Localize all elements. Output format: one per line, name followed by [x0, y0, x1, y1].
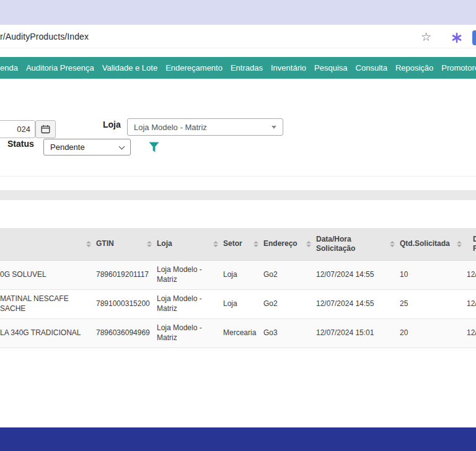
sort-icon [147, 241, 152, 247]
col-label-qtd-solicitada: Qtd.Solicitada [400, 239, 450, 248]
section-divider [0, 176, 476, 177]
sort-icon [306, 241, 311, 247]
extension-icon[interactable] [451, 32, 462, 46]
sort-icon [86, 241, 91, 247]
cell-produto: LA 340G TRADICIONAL [0, 318, 96, 348]
cell-data-reposicao: 12/0 [467, 289, 476, 318]
status-select[interactable]: Pendente [43, 139, 131, 155]
table-row[interactable]: LA 340G TRADICIONAL 7896036094969 Loja M… [0, 318, 476, 348]
filter-funnel-icon [148, 141, 160, 154]
cell-setor: Mercearia [223, 318, 263, 348]
nav-item-reposicao[interactable]: Reposição [395, 63, 433, 72]
table-row[interactable]: MATINAL NESCAFE SACHE 7891000315200 Loja… [0, 289, 476, 318]
col-label-data-solicitacao: Data/Hora Solicitação [316, 235, 386, 253]
nav-item-consulta[interactable]: Consulta [356, 63, 387, 72]
cell-gtin: 7896019201117 [96, 260, 157, 289]
nav-item-inventario[interactable]: Inventário [271, 63, 306, 72]
bookmark-star-icon[interactable]: ☆ [421, 31, 431, 43]
col-header-gtin[interactable]: GTIN [96, 228, 157, 260]
cell-gtin: 7896036094969 [96, 318, 157, 348]
loja-select[interactable]: Loja Modelo - Matriz [127, 118, 283, 136]
col-header-setor[interactable]: Setor [223, 228, 263, 260]
cell-data-solicitacao: 12/07/2024 14:55 [316, 260, 400, 289]
sort-icon [213, 241, 218, 247]
col-label-endereco: Endereço [263, 239, 298, 248]
col-header-endereco[interactable]: Endereço [263, 228, 316, 260]
cell-produto: 0G SOLUVEL [0, 260, 96, 289]
cell-setor: Loja [223, 289, 263, 318]
audit-products-table: GTIN Loja Setor Endereço Data/Hora Solic… [0, 228, 476, 348]
cell-data-reposicao: 12/0 [467, 260, 476, 289]
cell-data-solicitacao: 12/07/2024 14:55 [316, 289, 400, 318]
sort-icon [390, 241, 395, 247]
nav-item-promotores[interactable]: Promotores [441, 63, 476, 72]
status-select-value: Pendente [50, 142, 85, 152]
col-label-loja: Loja [157, 239, 172, 248]
status-label: Status [7, 139, 34, 149]
cell-qtd: 25 [400, 289, 467, 318]
col-header-loja[interactable]: Loja [157, 228, 223, 260]
calendar-button[interactable] [35, 120, 56, 138]
nav-item-pesquisa[interactable]: Pesquisa [314, 63, 347, 72]
nav-item-auditoria-presenca[interactable]: Auditoria Presença [26, 63, 94, 72]
footer-bar [0, 427, 476, 451]
cell-endereco: Go2 [263, 289, 316, 318]
sort-icon [253, 241, 258, 247]
cell-gtin: 7891000315200 [96, 289, 157, 318]
col-label-rep-line1: Dat [473, 235, 476, 244]
calendar-icon [41, 125, 50, 134]
col-label-setor: Setor [223, 239, 242, 248]
nav-item-enderecamento[interactable]: Endereçamento [165, 63, 223, 72]
col-header-data-reposicao[interactable]: Dat Rep [467, 228, 476, 260]
col-header-data-solicitacao[interactable]: Data/Hora Solicitação [316, 228, 400, 260]
cell-loja: Loja Modelo - Matriz [157, 260, 223, 289]
chevron-down-icon [119, 143, 125, 149]
url-bar[interactable]: r/AudityProducts/Index [0, 32, 89, 42]
nav-item-venda[interactable]: enda [0, 63, 18, 72]
cell-endereco: Go2 [263, 260, 316, 289]
cell-loja: Loja Modelo - Matriz [157, 318, 223, 348]
col-header-qtd-solicitada[interactable]: Qtd.Solicitada [400, 228, 467, 260]
filter-button[interactable] [146, 140, 161, 155]
chevron-down-icon [271, 126, 276, 129]
col-header-produto[interactable] [0, 228, 96, 260]
app-navbar: enda Auditoria Presença Validade e Lote … [0, 57, 476, 79]
cell-produto: MATINAL NESCAFE SACHE [0, 289, 96, 318]
loja-label: Loja [103, 120, 121, 129]
cell-qtd: 10 [400, 260, 467, 289]
nav-item-validade-e-lote[interactable]: Validade e Lote [102, 63, 157, 72]
col-label-rep-line2: Rep [473, 244, 476, 253]
cell-loja: Loja Modelo - Matriz [157, 289, 223, 318]
sort-icon [457, 241, 462, 247]
date-input[interactable] [0, 120, 35, 138]
cell-data-solicitacao: 12/07/2024 15:01 [316, 318, 400, 348]
nav-item-entradas[interactable]: Entradas [231, 63, 263, 72]
col-label-gtin: GTIN [96, 239, 114, 248]
screen: r/AudityProducts/Index ☆ enda Auditoria … [0, 0, 476, 451]
profile-avatar[interactable] [472, 30, 476, 45]
browser-tabstrip [0, 0, 476, 25]
cell-data-reposicao: 12/0 [467, 318, 476, 348]
cell-setor: Loja [223, 260, 263, 289]
table-header-row: GTIN Loja Setor Endereço Data/Hora Solic… [0, 228, 476, 260]
section-divider-bar [0, 190, 476, 200]
cell-endereco: Go3 [263, 318, 316, 348]
cell-qtd: 20 [400, 318, 467, 348]
loja-select-value: Loja Modelo - Matriz [134, 123, 207, 132]
table-row[interactable]: 0G SOLUVEL 7896019201117 Loja Modelo - M… [0, 260, 476, 289]
